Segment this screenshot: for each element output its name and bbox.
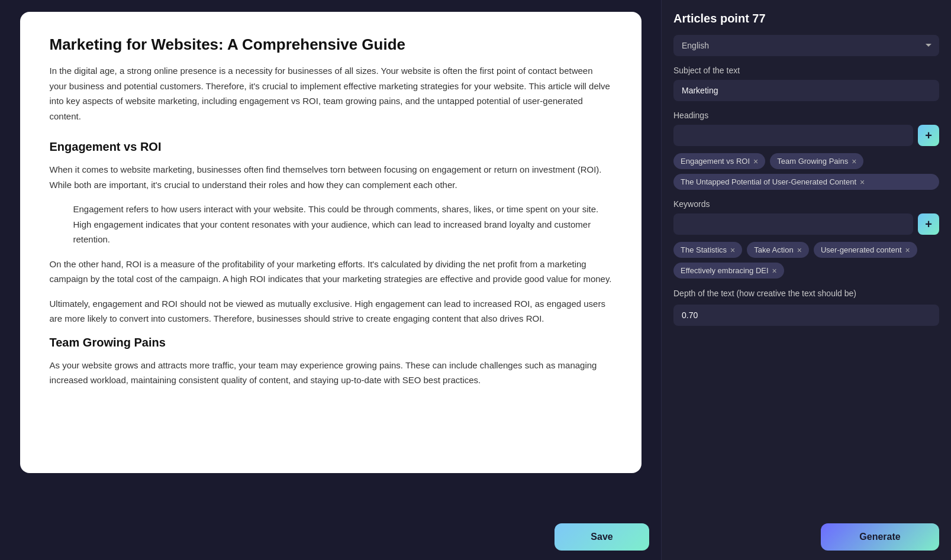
article-paragraph-1-1: Engagement refers to how users interact … <box>73 202 612 247</box>
depth-label: Depth of the text (how creative the text… <box>673 288 939 300</box>
heading-tag-1-text: Engagement vs ROI <box>681 157 750 166</box>
paragraph-block-1: + ⠿ Engagement refers to how users inter… <box>50 202 612 247</box>
section-heading-1: Engagement vs ROI <box>50 140 612 154</box>
heading-tag-1: Engagement vs ROI × <box>673 153 765 169</box>
sidebar-title: Articles point 77 <box>673 12 939 25</box>
keywords-input-row: + <box>673 213 939 235</box>
keyword-tag-4: Effectively embracing DEI × <box>673 263 784 279</box>
headings-tags: Engagement vs ROI × Team Growing Pains ×… <box>673 153 939 190</box>
article-paragraph-1-0: When it comes to website marketing, busi… <box>50 162 612 192</box>
main-content: Marketing for Websites: A Comprehensive … <box>0 0 661 560</box>
keyword-tag-4-close[interactable]: × <box>772 267 777 275</box>
generate-button[interactable]: Generate <box>821 523 939 551</box>
article-title: Marketing for Websites: A Comprehensive … <box>50 35 612 54</box>
keywords-input[interactable] <box>673 213 913 235</box>
depth-section: Depth of the text (how creative the text… <box>673 288 939 326</box>
headings-input-row: + <box>673 125 939 146</box>
article-paragraph-2-0: As your website grows and attracts more … <box>50 358 612 388</box>
keyword-tag-1: The Statistics × <box>673 242 742 258</box>
article-intro: In the digital age, a strong online pres… <box>50 63 612 124</box>
headings-add-button[interactable]: + <box>918 125 939 146</box>
bottom-bar: Save <box>0 514 661 560</box>
block-add-button[interactable]: + <box>56 204 62 215</box>
subject-section: Subject of the text <box>673 66 939 101</box>
heading-tag-2-close[interactable]: × <box>852 157 856 166</box>
keyword-tag-3-close[interactable]: × <box>905 246 910 254</box>
keyword-tag-3: User-generated content × <box>814 242 917 258</box>
heading-tag-2: Team Growing Pains × <box>770 153 863 169</box>
keyword-tag-2: Take Action × <box>747 242 809 258</box>
keyword-tag-2-close[interactable]: × <box>797 246 802 254</box>
keyword-tag-3-text: User-generated content <box>821 245 902 254</box>
language-select[interactable]: English Spanish French German <box>673 35 939 56</box>
heading-tag-3-close[interactable]: × <box>860 178 865 186</box>
keyword-tag-1-close[interactable]: × <box>730 246 735 254</box>
depth-value: 0.70 <box>673 305 939 326</box>
heading-tag-1-close[interactable]: × <box>753 157 758 166</box>
sidebar: Articles point 77 English Spanish French… <box>661 0 951 560</box>
subject-label: Subject of the text <box>673 66 939 75</box>
section-heading-2: Team Growing Pains <box>50 336 612 349</box>
keywords-add-button[interactable]: + <box>918 213 939 235</box>
heading-tag-3: The Untapped Potential of User-Generated… <box>673 174 939 190</box>
heading-tag-2-text: Team Growing Pains <box>777 157 848 166</box>
heading-tag-3-text: The Untapped Potential of User-Generated… <box>681 177 856 186</box>
save-button[interactable]: Save <box>555 523 649 551</box>
keyword-tag-2-text: Take Action <box>754 245 794 254</box>
keywords-tags: The Statistics × Take Action × User-gene… <box>673 242 939 279</box>
block-drag-icon: ⠿ <box>64 205 70 214</box>
headings-label: Headings <box>673 111 939 120</box>
keywords-section: Keywords + The Statistics × Take Action … <box>673 199 939 279</box>
keywords-label: Keywords <box>673 199 939 209</box>
article-card: Marketing for Websites: A Comprehensive … <box>20 12 641 473</box>
keyword-tag-1-text: The Statistics <box>681 245 727 254</box>
subject-input[interactable] <box>673 80 939 101</box>
article-paragraph-1-3: Ultimately, engagement and ROI should no… <box>50 296 612 326</box>
article-paragraph-1-2: On the other hand, ROI is a measure of t… <box>50 257 612 287</box>
headings-section: Headings + Engagement vs ROI × Team Grow… <box>673 111 939 190</box>
headings-input[interactable] <box>673 125 913 146</box>
keyword-tag-4-text: Effectively embracing DEI <box>681 266 769 275</box>
